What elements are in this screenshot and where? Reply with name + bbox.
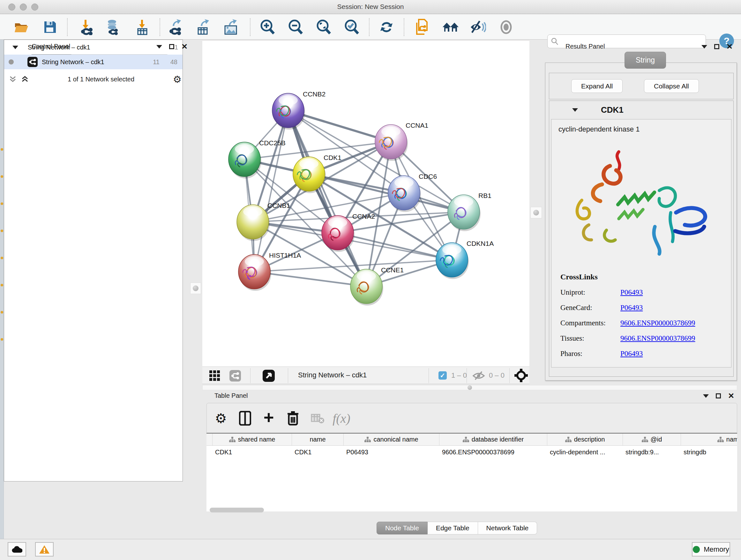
network-node-CDC6[interactable]: [388, 176, 421, 212]
import-table-file-button[interactable]: [134, 19, 151, 36]
network-options-gear-icon[interactable]: ⚙: [173, 74, 182, 85]
crosslink-label: Pharos:: [560, 350, 620, 358]
tab-edge-table[interactable]: Edge Table: [428, 522, 478, 535]
hidden-count: 0 – 0: [489, 371, 504, 380]
network-node-CDC25B[interactable]: [228, 142, 261, 179]
selected-nodes-checkbox[interactable]: ✓: [439, 371, 447, 380]
tab-string[interactable]: String: [624, 52, 666, 69]
tab-node-table[interactable]: Node Table: [377, 522, 428, 535]
close-panel-icon[interactable]: ✕: [726, 44, 733, 49]
delete-column-icon[interactable]: [285, 410, 301, 427]
table-header-row: shared namenamecanonical namedatabase id…: [206, 434, 737, 446]
network-edge[interactable]: [254, 111, 288, 272]
collapse-all-button[interactable]: Collapse All: [644, 79, 699, 93]
collapse-panel-icon[interactable]: [703, 394, 709, 398]
crosslinks-heading: CrossLinks: [560, 273, 695, 281]
network-node-CDK1[interactable]: [293, 157, 326, 193]
table-cell[interactable]: stringdb:9...: [623, 446, 681, 458]
cloud-status-button[interactable]: [8, 542, 26, 557]
pan-crosshair-icon[interactable]: [515, 369, 528, 382]
table-cell[interactable]: CDK1: [212, 446, 292, 458]
table-cell[interactable]: P06493: [344, 446, 440, 458]
memory-button[interactable]: Memory: [692, 542, 730, 557]
zoom-selected-button[interactable]: [343, 19, 360, 36]
protein-description: cyclin-dependent kinase 1: [558, 125, 639, 133]
network-node-HIST1H1A[interactable]: [239, 254, 271, 291]
node-label-CCNB2: CCNB2: [303, 90, 326, 98]
section-expander-icon[interactable]: [572, 108, 578, 112]
collapse-panel-icon[interactable]: [701, 45, 707, 49]
table-options-gear-icon[interactable]: ⚙: [212, 410, 229, 427]
open-session-button[interactable]: [13, 19, 30, 36]
tree-expander-icon[interactable]: [12, 46, 18, 49]
zoom-out-button[interactable]: [287, 19, 304, 36]
save-session-button[interactable]: [42, 19, 58, 36]
import-network-file-button[interactable]: [78, 19, 95, 36]
network-canvas[interactable]: CCNB2CCNA1CDC25BCDK1CDC6RB1CCNB1CCNA2CDK…: [202, 41, 529, 367]
crosslink-row: Uniprot:P06493: [560, 288, 695, 297]
column-header-namespace[interactable]: namespace: [681, 434, 737, 445]
grid-view-icon[interactable]: [209, 370, 220, 381]
birdseye-view-icon[interactable]: [262, 369, 275, 382]
collapse-all-tree-icon[interactable]: [21, 75, 29, 83]
column-header--id[interactable]: @id: [623, 434, 681, 445]
column-header-name[interactable]: name: [292, 434, 344, 445]
clone-network-button[interactable]: [414, 19, 430, 36]
network-edge[interactable]: [288, 111, 366, 287]
show-columns-icon[interactable]: [237, 410, 253, 427]
apply-layout-button[interactable]: [378, 19, 395, 36]
export-image-button[interactable]: [223, 19, 239, 36]
table-cell[interactable]: cyclin-dependent ...: [547, 446, 623, 458]
delete-table-icon-disabled: [310, 410, 326, 427]
crosslink-link[interactable]: 9606.ENSP00000378699: [620, 334, 695, 343]
right-splitter-handle[interactable]: [530, 207, 542, 219]
home-views-button[interactable]: [442, 19, 459, 36]
toolbar-separator: [404, 18, 404, 36]
table-horizontal-scrollbar[interactable]: [210, 508, 264, 512]
network-node-CCNE1[interactable]: [350, 269, 383, 306]
main-toolbar: ?: [0, 14, 741, 40]
column-header-shared-name[interactable]: shared name: [212, 434, 292, 445]
float-panel-icon[interactable]: [714, 44, 719, 49]
network-node-CCNB2[interactable]: [272, 93, 305, 130]
column-header-canonical-name[interactable]: canonical name: [344, 434, 440, 445]
export-table-button[interactable]: [195, 19, 212, 36]
expand-all-tree-icon[interactable]: [9, 75, 17, 83]
float-panel-icon[interactable]: [716, 393, 721, 398]
export-network-button[interactable]: [167, 19, 184, 36]
zoom-fit-button[interactable]: [315, 19, 332, 36]
crosslink-link[interactable]: P06493: [620, 304, 643, 312]
crosslink-link[interactable]: 9606.ENSP00000378699: [620, 319, 695, 327]
close-panel-icon[interactable]: ✕: [728, 393, 734, 398]
edge-count: 48: [171, 58, 178, 66]
add-column-icon[interactable]: +: [260, 410, 277, 427]
column-header-description[interactable]: description: [547, 434, 623, 445]
import-network-database-button[interactable]: [105, 19, 121, 36]
crosslink-link[interactable]: P06493: [620, 350, 643, 358]
show-all-button[interactable]: [498, 19, 515, 36]
network-selected-count: 1 of 1 Network selected: [29, 76, 173, 83]
table-row[interactable]: CDK1CDK1P064939606.ENSP00000378699cyclin…: [206, 446, 737, 458]
network-node-CCNA2[interactable]: [322, 215, 354, 252]
string-view-icon[interactable]: [229, 370, 241, 382]
protein-section-header[interactable]: CDK1: [549, 101, 733, 119]
network-collection-row[interactable]: String Network – cdk1 1: [4, 40, 183, 55]
expand-all-button[interactable]: Expand All: [571, 79, 623, 93]
warning-status-button[interactable]: [35, 542, 54, 557]
status-bar: Memory: [0, 539, 741, 560]
table-cell[interactable]: stringdb: [681, 446, 737, 458]
crosslink-link[interactable]: P06493: [620, 288, 643, 297]
network-node-CDKN1A[interactable]: [436, 243, 469, 279]
table-cell[interactable]: CDK1: [292, 446, 344, 458]
table-cell[interactable]: 9606.ENSP00000378699: [440, 446, 547, 458]
tab-network-table[interactable]: Network Table: [478, 522, 537, 535]
network-node-CCNA1[interactable]: [375, 125, 408, 161]
cloud-icon: [11, 546, 22, 553]
column-header-database-identifier[interactable]: database identifier: [440, 434, 547, 445]
network-row[interactable]: String Network – cdk1 11 48: [4, 55, 183, 69]
zoom-in-button[interactable]: [259, 19, 276, 36]
hide-selected-button[interactable]: [469, 19, 486, 36]
node-table: shared namenamecanonical namedatabase id…: [206, 433, 737, 511]
left-splitter-handle[interactable]: [190, 283, 201, 294]
network-node-RB1[interactable]: [448, 195, 481, 231]
